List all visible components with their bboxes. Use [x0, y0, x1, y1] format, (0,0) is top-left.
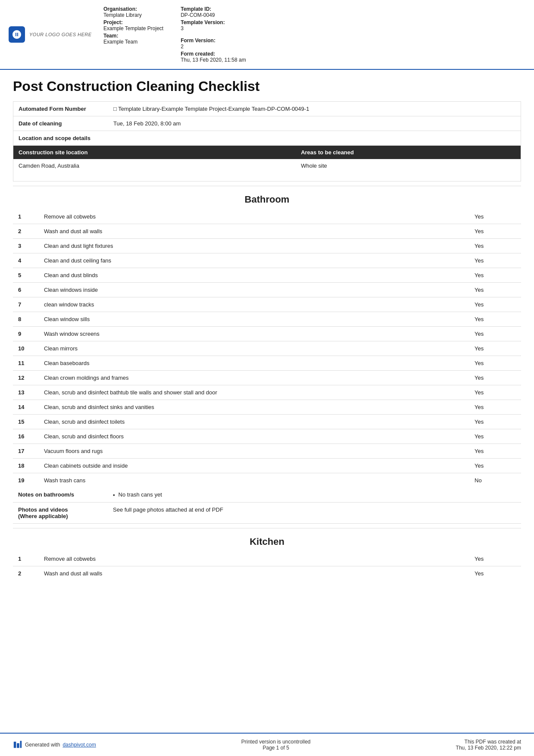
template-version-value: 3: [181, 25, 246, 31]
item-num: 3: [13, 239, 39, 253]
checklist-row: 15 Clean, scrub and disinfect toilets Ye…: [13, 415, 521, 429]
versions-line: Template Version: 3 Form Version: 2: [181, 19, 246, 50]
svg-rect-2: [20, 741, 22, 748]
item-answer: Yes: [469, 444, 521, 459]
item-num: 18: [13, 459, 39, 473]
svg-rect-1: [17, 743, 19, 748]
item-num: 6: [13, 283, 39, 297]
item-num: 7: [13, 297, 39, 312]
logo-svg: [12, 29, 22, 40]
photos-label: Photos and videos (Where applicable): [13, 503, 108, 524]
item-task: Clean mirrors: [39, 341, 469, 356]
bathroom-checklist: 1 Remove all cobwebs Yes 2 Wash and dust…: [13, 209, 521, 487]
item-num: 14: [13, 400, 39, 415]
header-meta-left: Organisation: Template Library Project: …: [103, 6, 163, 63]
location-col1-header: Construction site location: [13, 146, 296, 159]
checklist-row: 1 Remove all cobwebs Yes: [13, 552, 521, 566]
checklist-row: 16 Clean, scrub and disinfect floors Yes: [13, 429, 521, 444]
item-answer: No: [469, 473, 521, 488]
item-num: 2: [13, 224, 39, 239]
footer-right: This PDF was created at Thu, 13 Feb 2020…: [456, 739, 521, 751]
main-content: Post Construction Cleaning Checklist Aut…: [0, 70, 534, 733]
footer-center: Printed version is uncontrolled Page 1 o…: [241, 739, 311, 751]
footer-link[interactable]: dashpivot.com: [62, 742, 96, 748]
footer-center-line1: Printed version is uncontrolled: [241, 739, 311, 745]
date-label: Date of cleaning: [13, 116, 108, 131]
item-answer: Yes: [469, 297, 521, 312]
checklist-row: 12 Clean crown moldings and frames Yes: [13, 371, 521, 385]
item-answer: Yes: [469, 224, 521, 239]
item-answer: Yes: [469, 209, 521, 224]
checklist-row: 11 Clean baseboards Yes: [13, 356, 521, 371]
location-data-row: Camden Road, Australia Whole site: [13, 159, 521, 172]
item-answer: Yes: [469, 239, 521, 253]
project-value: Example Template Project: [103, 25, 163, 31]
doc-icon: □: [113, 106, 118, 112]
checklist-row: 18 Clean cabinets outside and inside Yes: [13, 459, 521, 473]
date-value: Tue, 18 Feb 2020, 8:00 am: [108, 116, 521, 131]
footer-center-line2: Page 1 of 5: [241, 745, 311, 751]
logo-icon: [9, 26, 25, 43]
footer-left: Generated with dashpivot.com: [13, 740, 96, 750]
location-header-row: Construction site location Areas to be c…: [13, 146, 521, 159]
item-num: 1: [13, 209, 39, 224]
project-label: Project:: [103, 19, 163, 25]
form-version-value: 2: [181, 44, 246, 50]
item-answer: Yes: [469, 268, 521, 283]
notes-label: Notes on bathroom/s: [13, 487, 108, 503]
automated-form-label: Automated Form Number: [13, 102, 108, 116]
checklist-row: 10 Clean mirrors Yes: [13, 341, 521, 356]
item-num: 11: [13, 356, 39, 371]
checklist-row: 5 Clean and dust blinds Yes: [13, 268, 521, 283]
photos-row: Photos and videos (Where applicable) See…: [13, 503, 521, 524]
item-task: Clean, scrub and disinfect sinks and van…: [39, 400, 469, 415]
checklist-row: 13 Clean, scrub and disinfect bathtub ti…: [13, 385, 521, 400]
checklist-row: 14 Clean, scrub and disinfect sinks and …: [13, 400, 521, 415]
org-line: Organisation: Template Library: [103, 6, 163, 18]
item-answer: Yes: [469, 356, 521, 371]
kitchen-checklist: 1 Remove all cobwebs Yes 2 Wash and dust…: [13, 552, 521, 581]
form-version-label: Form Version:: [181, 37, 246, 44]
item-task: Clean cabinets outside and inside: [39, 459, 469, 473]
notes-row: Notes on bathroom/s No trash cans yet: [13, 487, 521, 503]
item-num: 2: [13, 566, 39, 581]
automated-form-row: Automated Form Number □ Template Library…: [13, 102, 521, 116]
template-id-label: Template ID:: [181, 6, 246, 12]
header-meta: Organisation: Template Library Project: …: [103, 6, 521, 63]
item-answer: Yes: [469, 283, 521, 297]
item-answer: Yes: [469, 341, 521, 356]
item-task: Remove all cobwebs: [39, 552, 469, 566]
org-label: Organisation:: [103, 6, 163, 12]
item-task: Remove all cobwebs: [39, 209, 469, 224]
form-created-line: Form created: Thu, 13 Feb 2020, 11:58 am: [181, 51, 246, 63]
date-row: Date of cleaning Tue, 18 Feb 2020, 8:00 …: [13, 116, 521, 131]
page-footer: Generated with dashpivot.com Printed ver…: [0, 733, 534, 756]
header-meta-right: Template ID: DP-COM-0049 Template Versio…: [181, 6, 246, 63]
item-num: 19: [13, 473, 39, 488]
notes-value: No trash cans yet: [108, 487, 521, 503]
info-block: Automated Form Number □ Template Library…: [13, 101, 521, 181]
item-num: 15: [13, 415, 39, 429]
org-value: Template Library: [103, 12, 163, 18]
item-num: 17: [13, 444, 39, 459]
checklist-row: 9 Wash window screens Yes: [13, 327, 521, 341]
checklist-row: 2 Wash and dust all walls Yes: [13, 566, 521, 581]
footer-generated-text: Generated with: [25, 742, 60, 748]
item-task: Clean and dust light fixtures: [39, 239, 469, 253]
item-task: clean window tracks: [39, 297, 469, 312]
checklist-row: 7 clean window tracks Yes: [13, 297, 521, 312]
item-num: 8: [13, 312, 39, 327]
footer-right-line2: Thu, 13 Feb 2020, 12:22 pm: [456, 745, 521, 751]
item-answer: Yes: [469, 253, 521, 268]
checklist-row: 19 Wash trash cans No: [13, 473, 521, 488]
checklist-row: 6 Clean windows inside Yes: [13, 283, 521, 297]
item-answer: Yes: [469, 385, 521, 400]
item-task: Clean crown moldings and frames: [39, 371, 469, 385]
automated-form-value: □ Template Library-Example Template Proj…: [108, 102, 521, 116]
template-id-line: Template ID: DP-COM-0049: [181, 6, 246, 18]
checklist-row: 2 Wash and dust all walls Yes: [13, 224, 521, 239]
item-answer: Yes: [469, 415, 521, 429]
item-task: Clean, scrub and disinfect floors: [39, 429, 469, 444]
project-line: Project: Example Template Project: [103, 19, 163, 31]
item-task: Clean, scrub and disinfect toilets: [39, 415, 469, 429]
